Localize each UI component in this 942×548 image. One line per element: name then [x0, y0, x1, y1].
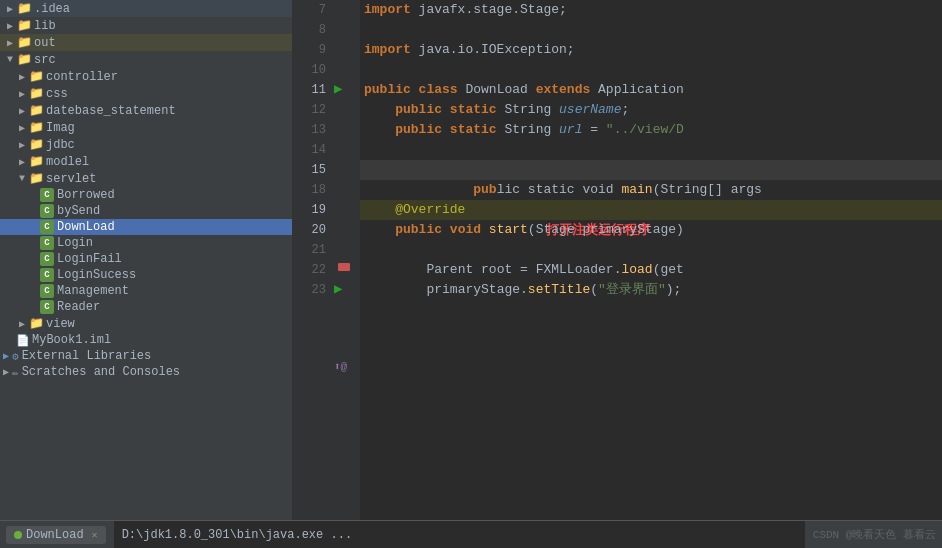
tree-item-controller[interactable]: ▶ 📁 controller — [0, 68, 292, 85]
class-icon: C — [40, 252, 54, 266]
tree-label: Imag — [46, 121, 75, 135]
tree-label: lib — [34, 19, 56, 33]
expand-arrow: ▶ — [16, 122, 28, 134]
tree-label: LoginFail — [57, 252, 122, 266]
expand-arrow: ▶ — [16, 156, 28, 168]
tree-item-mybook[interactable]: 📄 MyBook1.iml — [0, 332, 292, 348]
run-button-line15[interactable]: ▶ — [334, 280, 342, 297]
run-status-indicator — [14, 531, 22, 539]
expand-arrow: ▶ — [4, 20, 16, 32]
folder-icon: 📁 — [28, 103, 44, 118]
expand-arrow: ▶ — [16, 139, 28, 151]
tree-item-management[interactable]: C Management — [0, 283, 292, 299]
tree-label: out — [34, 36, 56, 50]
folder-icon: 📁 — [16, 35, 32, 50]
watermark: CSDN @晚看天色 暮看云 — [813, 527, 936, 542]
folder-icon: 📁 — [16, 18, 32, 33]
run-tab-label: DownLoad — [26, 528, 84, 542]
tree-label: Management — [57, 284, 129, 298]
run-tab[interactable]: DownLoad ✕ — [6, 526, 106, 544]
expand-arrow: ▶ — [0, 350, 12, 362]
line-num-8: 8 — [292, 20, 326, 40]
code-line-15: public static void main(String[] args 打开… — [360, 160, 942, 180]
expand-arrow: ▶ — [16, 318, 28, 330]
class-icon: C — [40, 220, 54, 234]
expand-arrow: ▶ — [16, 71, 28, 83]
folder-icon: 📁 — [28, 316, 44, 331]
tree-label: DownLoad — [57, 220, 115, 234]
tree-item-out[interactable]: ▶ 📁 out — [0, 34, 292, 51]
tree-label: .idea — [34, 2, 70, 16]
line-num-11: 11 — [292, 80, 326, 100]
tree-item-modlel[interactable]: ▶ 📁 modlel — [0, 153, 292, 170]
folder-icon: 📁 — [28, 137, 44, 152]
tree-label: modlel — [46, 155, 89, 169]
class-icon: C — [40, 300, 54, 314]
folder-icon: 📁 — [16, 52, 32, 67]
run-path-text: D:\jdk1.8.0_301\bin\java.exe ... — [122, 528, 352, 542]
tree-item-css[interactable]: ▶ 📁 css — [0, 85, 292, 102]
code-line-10 — [360, 60, 942, 80]
folder-icon: 📁 — [28, 171, 44, 186]
tree-label: view — [46, 317, 75, 331]
bookmark-line20: ⬆@ — [334, 360, 347, 373]
tree-label: datebase_statement — [46, 104, 176, 118]
line-num-10: 10 — [292, 60, 326, 80]
tree-label: Reader — [57, 300, 100, 314]
tree-item-bysend[interactable]: C bySend — [0, 203, 292, 219]
tree-item-scratches[interactable]: ▶ ✏ Scratches and Consoles — [0, 364, 292, 380]
scratch-icon: ✏ — [12, 366, 19, 379]
code-line-18 — [360, 180, 942, 200]
class-icon: C — [40, 188, 54, 202]
class-icon: C — [40, 284, 54, 298]
code-line-12: public static String userName; — [360, 100, 942, 120]
line-num-9: 9 — [292, 40, 326, 60]
tree-label: src — [34, 53, 56, 67]
tree-item-loginsucess[interactable]: C LoginSucess — [0, 267, 292, 283]
tree-item-borrowed[interactable]: C Borrowed — [0, 187, 292, 203]
tree-item-reader[interactable]: C Reader — [0, 299, 292, 315]
file-tree: ▶ 📁 .idea ▶ 📁 lib ▶ 📁 out ▼ 📁 src ▶ 📁 co… — [0, 0, 292, 520]
line-num-15: 15 — [292, 160, 326, 180]
line-num-18: 18 — [292, 180, 326, 200]
run-path: D:\jdk1.8.0_301\bin\java.exe ... — [114, 521, 805, 548]
line-num-22: 22 — [292, 260, 326, 280]
tree-item-servlet[interactable]: ▼ 📁 servlet — [0, 170, 292, 187]
tree-label: Login — [57, 236, 93, 250]
tree-label: jdbc — [46, 138, 75, 152]
main-area: ▶ 📁 .idea ▶ 📁 lib ▶ 📁 out ▼ 📁 src ▶ 📁 co… — [0, 0, 942, 520]
folder-icon: 📁 — [28, 69, 44, 84]
tree-label: Borrowed — [57, 188, 115, 202]
tree-label: External Libraries — [22, 349, 152, 363]
line-num-7: 7 — [292, 0, 326, 20]
close-icon[interactable]: ✕ — [92, 529, 98, 541]
code-content[interactable]: import javafx.stage.Stage; import java.i… — [360, 0, 942, 520]
tree-label: Scratches and Consoles — [22, 365, 180, 379]
code-line-7: import javafx.stage.Stage; — [360, 0, 942, 20]
tree-item-external-libs[interactable]: ▶ ⚙ External Libraries — [0, 348, 292, 364]
tree-item-view[interactable]: ▶ 📁 view — [0, 315, 292, 332]
line-num-21: 21 — [292, 240, 326, 260]
tree-item-download[interactable]: C DownLoad — [0, 219, 292, 235]
folder-icon: 📁 — [28, 86, 44, 101]
tree-item-loginfail[interactable]: C LoginFail — [0, 251, 292, 267]
tree-item-imag[interactable]: ▶ 📁 Imag — [0, 119, 292, 136]
tree-label: bySend — [57, 204, 100, 218]
class-icon: C — [40, 236, 54, 250]
line-num-12: 12 — [292, 100, 326, 120]
class-icon: C — [40, 204, 54, 218]
tree-item-lib[interactable]: ▶ 📁 lib — [0, 17, 292, 34]
code-editor: 7 8 9 10 11 12 13 14 15 18 19 20 21 22 2… — [292, 0, 942, 520]
tree-label: LoginSucess — [57, 268, 136, 282]
line-numbers: 7 8 9 10 11 12 13 14 15 18 19 20 21 22 2… — [292, 0, 332, 520]
tree-item-src[interactable]: ▼ 📁 src — [0, 51, 292, 68]
tree-item-jdbc[interactable]: ▶ 📁 jdbc — [0, 136, 292, 153]
code-container[interactable]: 7 8 9 10 11 12 13 14 15 18 19 20 21 22 2… — [292, 0, 942, 520]
code-line-19: @Override — [360, 200, 942, 220]
run-button-line11[interactable]: ▶ — [334, 80, 342, 97]
tree-item-datebase[interactable]: ▶ 📁 datebase_statement — [0, 102, 292, 119]
tree-item-login[interactable]: C Login — [0, 235, 292, 251]
tree-item-idea[interactable]: ▶ 📁 .idea — [0, 0, 292, 17]
lib-icon: ⚙ — [12, 350, 19, 363]
line-num-13: 13 — [292, 120, 326, 140]
